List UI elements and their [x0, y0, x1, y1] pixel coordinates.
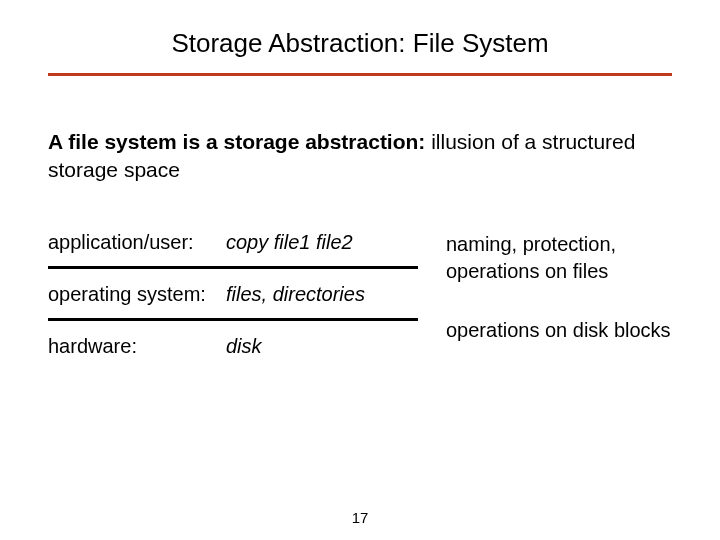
layer-label: operating system: [48, 281, 226, 308]
layer-row-app: application/user: copy file1 file2 [48, 229, 428, 256]
slide-title: Storage Abstraction: File System [48, 28, 672, 59]
layer-label: hardware: [48, 333, 226, 360]
notes-column: naming, protection, operations on files … [446, 229, 672, 360]
slide: Storage Abstraction: File System A file … [0, 0, 720, 540]
layer-row-os: operating system: files, directories [48, 281, 428, 308]
layer-separator [48, 266, 418, 269]
layer-value: disk [226, 333, 262, 360]
layer-row-hw: hardware: disk [48, 333, 428, 360]
intro-bold: A file system is a storage abstraction: [48, 130, 425, 153]
intro-text: A file system is a storage abstraction: … [48, 128, 672, 185]
layer-value: files, directories [226, 281, 365, 308]
layers-column: application/user: copy file1 file2 opera… [48, 229, 428, 360]
layer-value: copy file1 file2 [226, 229, 353, 256]
note-lower: operations on disk blocks [446, 317, 672, 344]
page-number: 17 [0, 509, 720, 526]
layer-separator [48, 318, 418, 321]
layer-label: application/user: [48, 229, 226, 256]
note-upper: naming, protection, operations on files [446, 231, 672, 285]
body: application/user: copy file1 file2 opera… [48, 229, 672, 360]
title-underline [48, 73, 672, 76]
